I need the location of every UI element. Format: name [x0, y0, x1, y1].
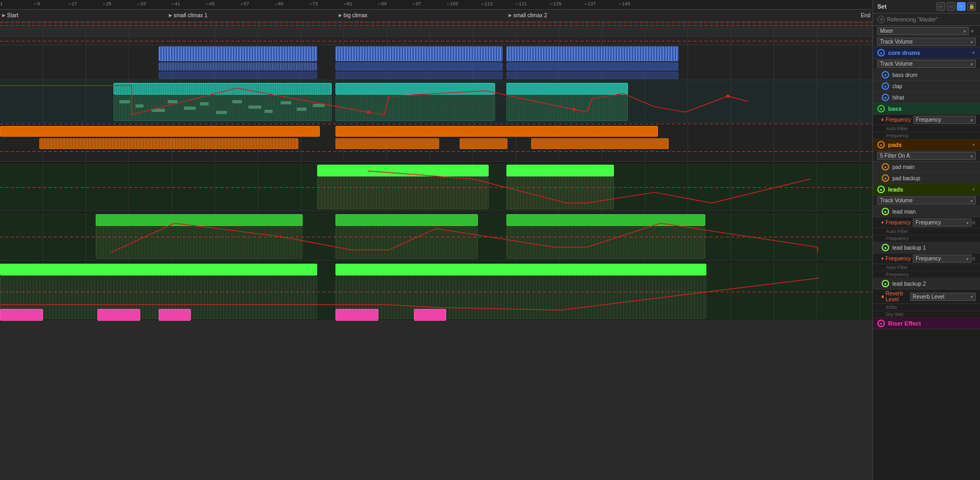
ruler-mark-49: ⌐49 — [206, 1, 214, 6]
clip-bass-midi-2[interactable] — [335, 95, 495, 121]
clip-pink-4[interactable] — [335, 309, 378, 321]
clip-bass-3[interactable] — [506, 83, 628, 95]
clip-leadbk1-1[interactable] — [96, 214, 303, 226]
mixer-select[interactable]: Mixer — [877, 27, 969, 35]
track-pad-main[interactable]: ● pad main — [873, 161, 980, 173]
clip-leadbk1-midi-2[interactable] — [335, 227, 478, 259]
ruler-mark-9: ⌐9 — [34, 1, 40, 6]
track-volume-select[interactable]: Track Volume — [877, 38, 976, 46]
riser-header[interactable]: ● Riser Effect — [873, 318, 980, 329]
lead-mian-freq-select[interactable]: Frequency — [913, 218, 971, 227]
clip-blue-sub-3[interactable] — [506, 62, 678, 70]
clip-pink-3[interactable] — [159, 309, 191, 321]
mixer-dropdown-row[interactable]: Mixer + — [873, 26, 980, 37]
ruler-mark-65: ⌐65 — [275, 1, 283, 6]
track-clap[interactable]: ● clap — [873, 81, 980, 92]
track-pad-backup[interactable]: ● pad backup — [873, 173, 980, 184]
lead-backup-1-settings[interactable]: ⚙ — [971, 256, 976, 262]
mixer-add-btn[interactable]: + — [969, 27, 976, 35]
clip-blue-sub2-3[interactable] — [506, 72, 678, 79]
clip-pad-backup-1[interactable] — [39, 138, 298, 149]
clip-pink-2[interactable] — [97, 309, 140, 321]
clip-pad-main-1[interactable] — [0, 126, 320, 137]
leads-select[interactable]: Track Volume — [877, 196, 976, 204]
bass-freq-select[interactable]: Frequency — [913, 116, 976, 124]
lead-backup-2-reverb-label: Reverb Level — [886, 291, 908, 302]
pads-icon: ● — [877, 141, 885, 149]
clip-blue-2[interactable] — [335, 46, 503, 61]
clip-leadbk2-midi-2[interactable] — [335, 276, 706, 319]
core-drums-collapse[interactable]: ▼ — [971, 51, 976, 55]
panel-left-arrow[interactable]: ← — [936, 2, 945, 11]
clip-pad-backup-2[interactable] — [335, 138, 439, 149]
clip-pad-main-2[interactable] — [335, 126, 658, 137]
panel-lock-btn[interactable]: 🔒 — [967, 2, 976, 11]
marker-big-climax[interactable]: big climax — [337, 10, 367, 21]
clip-bass-midi-3[interactable] — [506, 95, 628, 121]
core-drums-header[interactable]: ● core drums ▼ — [873, 47, 980, 59]
clip-pink-1[interactable] — [0, 309, 43, 321]
track-volume-wrapper[interactable]: Track Volume — [877, 38, 976, 46]
clip-bass-midi-1[interactable] — [113, 95, 332, 121]
track-lead-backup-2[interactable] — [0, 262, 872, 321]
panel-edit-btn[interactable]: ✏ — [957, 2, 965, 11]
clip-lead-main-midi-2[interactable] — [506, 177, 614, 209]
lead-mian-settings[interactable]: ⚙ — [971, 220, 976, 225]
marker-small-climax-2[interactable]: small climax 2 — [506, 10, 547, 21]
track-hihat[interactable]: ● hihat — [873, 92, 980, 103]
clip-bass-2[interactable] — [335, 83, 495, 95]
lead-backup-2-reverb-select[interactable]: Reverb Level — [910, 293, 976, 301]
core-drums-dropdown-wrapper[interactable]: Track Volume — [877, 60, 976, 68]
clip-leadbk1-2[interactable] — [335, 214, 478, 226]
leads-header[interactable]: ● leads ▼ — [873, 184, 980, 195]
clip-leadbk1-3[interactable] — [506, 214, 705, 226]
track-volume-row[interactable]: Track Volume — [873, 37, 980, 47]
pads-header[interactable]: ● pads ▼ — [873, 139, 980, 151]
pads-collapse[interactable]: ▼ — [971, 143, 976, 147]
clip-pad-backup-4[interactable] — [531, 138, 669, 149]
core-drums-dropdown[interactable]: Track Volume — [873, 59, 980, 69]
clip-blue-sub2-2[interactable] — [335, 72, 503, 79]
bass-drum-icon: ● — [882, 71, 889, 79]
clip-pink-5[interactable] — [414, 309, 446, 321]
leads-icon: ● — [877, 186, 885, 193]
pads-dropdown[interactable]: 5 Filter On A — [873, 151, 980, 161]
clip-bass-1[interactable] — [113, 83, 332, 95]
marker-small-climax-1[interactable]: small climax 1 — [167, 10, 208, 21]
mixer-dropdown-wrapper[interactable]: Mixer — [877, 27, 969, 35]
bass-header[interactable]: ● bass — [873, 103, 980, 115]
panel-right-arrow[interactable]: → — [947, 2, 955, 11]
leads-collapse[interactable]: ▼ — [971, 187, 976, 192]
bass-freq-label: Frequency — [885, 117, 911, 123]
clip-blue-1[interactable] — [159, 46, 317, 61]
clip-blue-sub2-1[interactable] — [159, 72, 317, 79]
track-lead-backup-1-row[interactable]: ● lead backup 1 — [873, 242, 980, 253]
track-bass[interactable] — [0, 80, 872, 123]
tracks-container[interactable] — [0, 22, 872, 480]
lead-backup-1-freq-select[interactable]: Frequency — [913, 255, 971, 263]
clip-leadbk1-midi-1[interactable] — [96, 227, 303, 259]
clip-blue-sub-2[interactable] — [335, 62, 503, 70]
core-drums-select[interactable]: Track Volume — [877, 60, 976, 68]
clip-lead-main-1[interactable] — [317, 165, 489, 177]
pads-select[interactable]: 5 Filter On A — [877, 152, 976, 160]
clip-lead-main-midi-1[interactable] — [317, 177, 489, 209]
leads-dropdown[interactable]: Track Volume — [873, 195, 980, 206]
track-empty-1 — [0, 22, 872, 29]
track-lead-backup-1[interactable] — [0, 213, 872, 261]
track-bass-drum[interactable]: ● bass drum — [873, 69, 980, 81]
marker-start[interactable]: Start — [0, 10, 18, 21]
clip-leadbk1-midi-3[interactable] — [506, 227, 705, 259]
track-lead-mian[interactable]: ● lead mian — [873, 206, 980, 217]
clip-blue-3[interactable] — [506, 46, 678, 61]
ruler-mark-25: ⌐25 — [103, 1, 111, 6]
track-lead-backup-2-row[interactable]: ● lead backup 2 — [873, 278, 980, 290]
clip-blue-sub-1[interactable] — [159, 62, 317, 70]
clip-leadbk2-1[interactable] — [0, 264, 317, 276]
track-pads[interactable] — [0, 124, 872, 162]
clip-leadbk2-2[interactable] — [335, 264, 706, 276]
clip-lead-main-2[interactable] — [506, 165, 614, 177]
track-core-drums[interactable] — [0, 45, 872, 80]
track-lead-main[interactable] — [0, 163, 872, 211]
clip-pad-backup-3[interactable] — [460, 138, 507, 149]
